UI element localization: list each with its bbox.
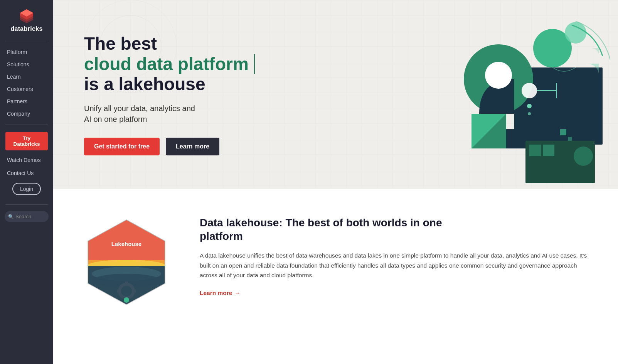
get-started-button[interactable]: Get started for free <box>84 138 160 155</box>
contact-us-link[interactable]: Contact Us <box>0 167 53 180</box>
svg-rect-20 <box>529 145 541 156</box>
hero-buttons: Get started for free Learn more <box>84 138 255 155</box>
svg-rect-9 <box>506 129 525 148</box>
hero-section: The best cloud data platform is a lakeho… <box>53 0 618 189</box>
svg-rect-35 <box>133 290 136 293</box>
sidebar-divider-top <box>5 41 48 41</box>
sidebar-item-platform[interactable]: Platform <box>0 46 53 58</box>
arrow-right-icon: → <box>234 290 241 297</box>
lakehouse-hex-svg: Lakehouse <box>78 216 175 324</box>
sidebar-item-solutions[interactable]: Solutions <box>0 58 53 71</box>
hero-title-green: cloud data platform <box>84 54 249 74</box>
lakehouse-section: Lakehouse Data lakehouse: The best of bo… <box>53 189 618 364</box>
cta-section: Try Databricks <box>5 132 48 150</box>
sidebar-divider-mid <box>5 125 48 125</box>
svg-point-15 <box>527 104 532 108</box>
svg-point-11 <box>522 83 537 98</box>
sidebar-item-partners[interactable]: Partners <box>0 95 53 108</box>
svg-point-6 <box>565 22 586 44</box>
lakehouse-title: Data lakehouse: The best of both worlds … <box>200 216 587 243</box>
svg-point-31 <box>121 286 132 297</box>
hero-title: The best cloud data platform is a lakeho… <box>84 34 255 95</box>
search-icon: 🔍 <box>8 214 14 219</box>
sidebar-item-company[interactable]: Company <box>0 108 53 120</box>
main-content: The best cloud data platform is a lakeho… <box>53 0 618 364</box>
main-nav: Platform Solutions Learn Customers Partn… <box>0 43 53 123</box>
logo-text: databricks <box>10 25 42 32</box>
lakehouse-body: A data lakehouse unifies the best of dat… <box>200 251 587 280</box>
hero-illustration-svg <box>410 2 610 187</box>
hero-learn-more-button[interactable]: Learn more <box>166 138 219 155</box>
svg-rect-18 <box>568 137 572 141</box>
svg-rect-32 <box>125 281 128 285</box>
lakehouse-learn-more-link[interactable]: Learn more → <box>200 290 241 297</box>
watch-demos-link[interactable]: Watch Demos <box>0 153 53 167</box>
login-button[interactable]: Login <box>12 183 41 195</box>
lakehouse-info: Data lakehouse: The best of both worlds … <box>200 212 587 297</box>
svg-rect-34 <box>117 290 120 293</box>
sidebar-divider-bottom <box>5 204 48 205</box>
sidebar-item-learn[interactable]: Learn <box>0 71 53 83</box>
svg-text:Lakehouse: Lakehouse <box>111 241 141 247</box>
hero-content: The best cloud data platform is a lakeho… <box>84 34 255 156</box>
sidebar-item-customers[interactable]: Customers <box>0 83 53 95</box>
svg-rect-17 <box>560 129 566 135</box>
svg-point-16 <box>528 112 531 115</box>
databricks-logo-icon <box>19 8 35 23</box>
hero-subtitle: Unify all your data, analytics and AI on… <box>84 103 255 125</box>
hero-illustration <box>402 0 618 189</box>
lakehouse-hex-illustration: Lakehouse <box>76 212 177 324</box>
svg-point-7 <box>485 62 512 89</box>
svg-rect-21 <box>543 145 554 156</box>
search-wrap: 🔍 <box>5 211 49 222</box>
svg-point-36 <box>124 297 129 303</box>
logo: databricks <box>0 0 53 39</box>
try-databricks-button[interactable]: Try Databricks <box>5 132 48 150</box>
sidebar: databricks Platform Solutions Learn Cust… <box>0 0 53 364</box>
svg-point-22 <box>574 147 593 166</box>
